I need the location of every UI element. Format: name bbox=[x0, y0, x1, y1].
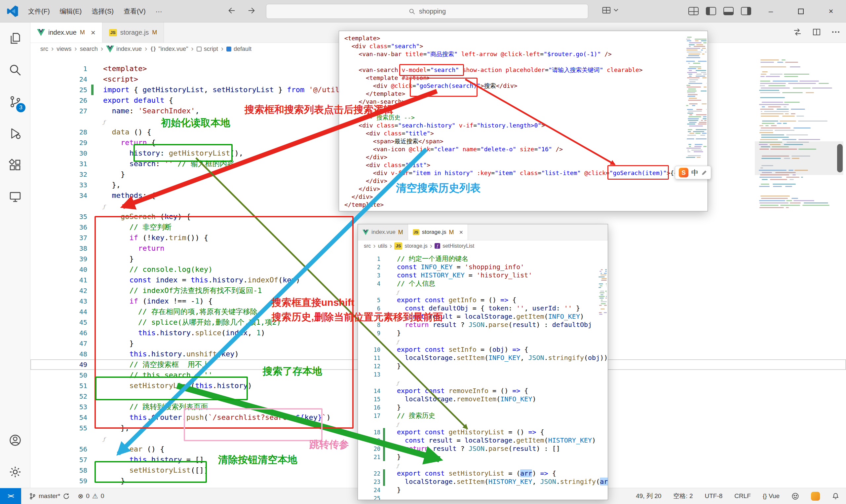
code-token[interactable]: = bbox=[465, 271, 477, 279]
source-control-icon[interactable]: 3 bbox=[0, 86, 30, 118]
explorer-icon[interactable] bbox=[0, 22, 30, 54]
line-number[interactable]: 17 bbox=[358, 412, 381, 420]
code-line[interactable]: 21} bbox=[358, 453, 608, 461]
pen-icon[interactable] bbox=[701, 170, 707, 176]
code-token[interactable]: "请输入搜索关键词" bbox=[549, 66, 603, 73]
back-button[interactable] bbox=[227, 6, 236, 17]
code-token[interactable]: "search-history" bbox=[398, 122, 455, 129]
code-token[interactable] bbox=[421, 296, 425, 304]
code-token[interactable]: </div> bbox=[496, 82, 517, 89]
code-token[interactable] bbox=[103, 307, 138, 316]
code-token[interactable]: . bbox=[147, 455, 151, 464]
code-token[interactable]: key bbox=[222, 350, 235, 358]
code-token[interactable]: ( bbox=[222, 329, 226, 337]
code-token[interactable]: { bbox=[520, 387, 528, 395]
code-token[interactable]: result bbox=[512, 445, 536, 452]
code-token[interactable]: () { bbox=[142, 445, 164, 453]
code-line[interactable]: 17// 搜索历史 bbox=[358, 412, 608, 420]
code-token[interactable]: default bbox=[134, 96, 164, 104]
code-token[interactable]: . bbox=[191, 329, 195, 337]
code-token[interactable]: ) { bbox=[177, 212, 191, 221]
line-number[interactable]: 3 bbox=[358, 271, 381, 280]
menu-item[interactable]: 文件(F) bbox=[23, 0, 55, 22]
code-token[interactable]: . bbox=[164, 234, 169, 242]
code-token[interactable]: // console.log(key) bbox=[129, 265, 212, 273]
code-line[interactable]: <!-- 搜索历史 --> bbox=[345, 114, 707, 122]
code-token[interactable]: </div> bbox=[345, 185, 380, 192]
code-token[interactable]: = bbox=[540, 51, 544, 57]
code-line[interactable]: 12} bbox=[358, 362, 608, 370]
code-token[interactable]: from bbox=[287, 86, 304, 94]
code-token[interactable]: const bbox=[425, 296, 444, 304]
code-token[interactable]: ( bbox=[508, 321, 512, 329]
code-token[interactable] bbox=[103, 286, 129, 294]
code-token[interactable]: = bbox=[430, 146, 434, 152]
forward-button[interactable] bbox=[247, 6, 256, 17]
line-number[interactable]: 47 bbox=[30, 338, 87, 349]
code-token[interactable]: = bbox=[412, 82, 416, 89]
feedback-smiley-icon[interactable] bbox=[792, 492, 799, 500]
code-token[interactable]: , bbox=[520, 354, 528, 362]
code-token[interactable] bbox=[151, 276, 156, 284]
code-token[interactable]: } bbox=[397, 453, 401, 461]
minimap-slider[interactable] bbox=[755, 141, 843, 175]
code-token[interactable]: : { bbox=[142, 191, 156, 199]
line-number[interactable]: 49 bbox=[30, 359, 87, 370]
breadcrumb-item[interactable]: src bbox=[40, 46, 48, 53]
codelens-row[interactable]: ƒ bbox=[358, 378, 608, 387]
code-token[interactable]: return bbox=[121, 138, 147, 147]
breadcrumb-item[interactable]: JSstorage.js bbox=[394, 242, 427, 250]
code-token[interactable]: => bbox=[512, 387, 520, 395]
code-token[interactable]: localStorage bbox=[465, 312, 513, 320]
code-token[interactable]: const bbox=[425, 428, 444, 436]
code-token[interactable] bbox=[103, 265, 129, 273]
code-token[interactable]: "delete-o" bbox=[480, 146, 516, 152]
code-token[interactable]: . bbox=[484, 445, 489, 452]
code-token[interactable]: show-action placeholder bbox=[459, 66, 545, 73]
code-token[interactable]: arr bbox=[520, 469, 532, 477]
code-token[interactable] bbox=[103, 212, 121, 221]
line-number[interactable]: 43 bbox=[30, 296, 87, 306]
code-token[interactable]: class bbox=[366, 42, 387, 50]
code-token[interactable]: this bbox=[129, 455, 147, 464]
git-branch-item[interactable]: master* bbox=[29, 492, 70, 500]
breadcrumb-item[interactable]: {}"index.vue" bbox=[150, 46, 188, 53]
code-token[interactable]: ) bbox=[504, 345, 512, 354]
line-number[interactable]: 20 bbox=[358, 445, 381, 453]
codelens-icon[interactable]: ƒ bbox=[103, 436, 105, 442]
code-line[interactable]: <van-search v-model="search" show-action… bbox=[345, 66, 707, 74]
code-line[interactable]: </template> bbox=[345, 90, 707, 98]
code-line[interactable]: 7 const result = localStorage.getItem(IN… bbox=[358, 312, 608, 321]
code-token[interactable]: = bbox=[402, 130, 405, 137]
code-token[interactable]: = bbox=[427, 66, 430, 73]
code-token[interactable]: ? bbox=[457, 445, 469, 452]
code-line[interactable]: <div class="title"> bbox=[345, 129, 707, 138]
code-token[interactable]: ( bbox=[596, 478, 600, 486]
code-token[interactable]: "list" bbox=[405, 162, 427, 168]
code-token[interactable]: { bbox=[536, 428, 544, 436]
code-token[interactable]: . bbox=[453, 478, 457, 486]
code-token[interactable] bbox=[421, 428, 425, 436]
code-token[interactable]: $router bbox=[151, 413, 182, 421]
code-token[interactable]: history bbox=[212, 276, 243, 284]
line-number[interactable]: 14 bbox=[358, 387, 381, 395]
code-token[interactable]: ( bbox=[484, 354, 489, 362]
code-token[interactable] bbox=[417, 263, 421, 271]
breadcrumb-item[interactable]: script bbox=[197, 46, 218, 53]
code-token[interactable]: this bbox=[191, 276, 208, 284]
code-token[interactable] bbox=[103, 381, 129, 390]
breadcrumb-item[interactable]: views bbox=[56, 46, 71, 53]
code-line[interactable]: 35 goSerach (key) { bbox=[30, 211, 846, 222]
line-number[interactable]: 39 bbox=[30, 254, 87, 264]
code-token[interactable]: setHistoryList bbox=[129, 381, 190, 390]
code-token[interactable]: JSON bbox=[469, 321, 484, 329]
code-token[interactable] bbox=[103, 191, 112, 199]
code-token[interactable]: @click bbox=[405, 146, 430, 152]
code-line[interactable]: <span>最近搜索</span> bbox=[345, 138, 707, 145]
code-token[interactable]: // 约定一个通用的键名 bbox=[397, 255, 468, 263]
code-token[interactable]: search bbox=[129, 160, 155, 168]
ime-toolbar[interactable]: S 中 bbox=[675, 166, 711, 179]
code-token[interactable]: // indexOf方法查找所有找不到返回-1 bbox=[129, 286, 262, 294]
code-line[interactable]: </div> bbox=[345, 153, 707, 161]
code-token[interactable]: defaultObj bbox=[429, 304, 468, 312]
